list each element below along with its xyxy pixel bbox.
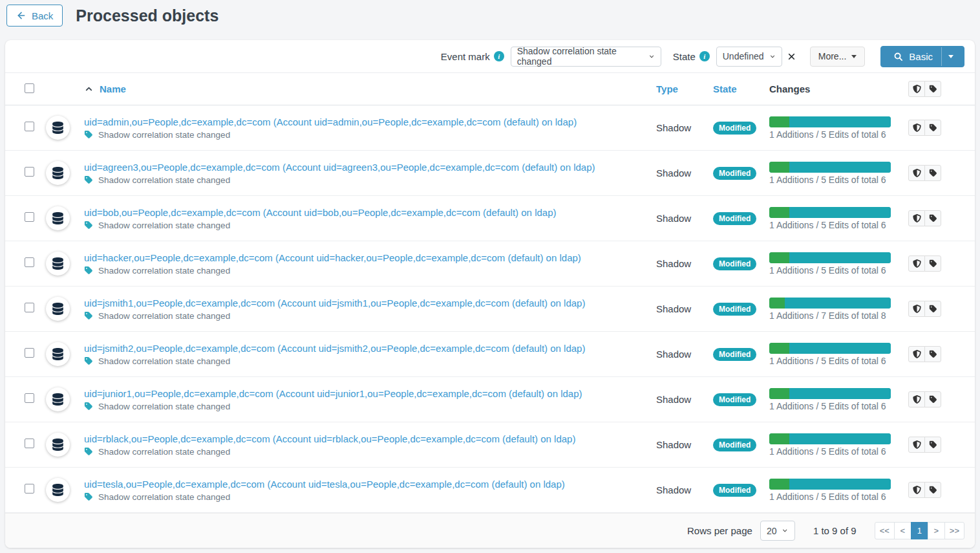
table-row: uid=hacker,ou=People,dc=example,dc=com (…	[5, 241, 975, 287]
database-icon	[52, 167, 64, 179]
row-name-link[interactable]: uid=admin,ou=People,dc=example,dc=com (A…	[84, 116, 656, 127]
page-button[interactable]: <	[894, 522, 911, 539]
rows-per-page-select[interactable]: 20	[760, 521, 795, 541]
row-tag-button[interactable]	[924, 255, 941, 272]
tag-icon	[929, 85, 937, 93]
top-bar: Back Processed objects	[0, 0, 980, 31]
progress-additions-segment	[769, 388, 789, 399]
search-button[interactable]: Basic	[880, 46, 964, 67]
row-name-link[interactable]: uid=bob,ou=People,dc=example,dc=com (Acc…	[84, 207, 656, 218]
progress-additions-segment	[769, 298, 785, 309]
page-button[interactable]: >	[928, 522, 945, 539]
select-all-checkbox[interactable]	[25, 83, 34, 93]
table-row: uid=jsmith1,ou=People,dc=example,dc=com …	[5, 287, 975, 332]
event-mark-selected-value: Shadow correlation state changed	[517, 46, 643, 67]
row-tag-button[interactable]	[924, 301, 941, 317]
row-shield-button[interactable]	[908, 165, 925, 181]
row-state-badge: Modified	[713, 122, 756, 135]
progress-edits-segment	[789, 479, 891, 490]
row-name-link[interactable]: uid=agreen3,ou=People,dc=example,dc=com …	[84, 162, 656, 173]
event-mark-select[interactable]: Shadow correlation state changed	[511, 47, 661, 67]
table-row: uid=bob,ou=People,dc=example,dc=com (Acc…	[5, 196, 975, 241]
header-tag-button[interactable]	[924, 81, 941, 97]
row-name-link[interactable]: uid=hacker,ou=People,dc=example,dc=com (…	[84, 252, 656, 263]
back-button[interactable]: Back	[6, 5, 63, 27]
row-shield-button[interactable]	[908, 437, 925, 453]
row-type: Shadow	[656, 484, 691, 495]
row-shield-button[interactable]	[908, 391, 925, 407]
row-shield-button[interactable]	[908, 346, 925, 362]
info-icon[interactable]: i	[494, 51, 504, 61]
chevron-down-icon	[648, 53, 655, 60]
row-shield-button[interactable]	[908, 482, 925, 498]
row-name-link[interactable]: uid=junior1,ou=People,dc=example,dc=com …	[84, 388, 656, 399]
changes-progress-bar	[769, 388, 891, 399]
page-button[interactable]: >>	[944, 522, 964, 539]
changes-summary: 1 Additions / 5 Edits of total 6	[769, 265, 908, 276]
tag-icon	[929, 440, 937, 449]
page-button[interactable]: <<	[875, 522, 895, 539]
row-tag-button[interactable]	[924, 391, 941, 407]
changes-progress-bar	[769, 343, 891, 354]
row-name-link[interactable]: uid=jsmith2,ou=People,dc=example,dc=com …	[84, 343, 656, 354]
row-checkbox[interactable]	[25, 167, 34, 177]
row-name-link[interactable]: uid=rblack,ou=People,dc=example,dc=com (…	[84, 433, 656, 444]
column-header-state[interactable]: State	[713, 83, 769, 94]
row-checkbox[interactable]	[25, 348, 34, 358]
clear-state-filter-button[interactable]	[786, 51, 797, 62]
row-checkbox[interactable]	[25, 303, 34, 312]
row-checkbox[interactable]	[25, 257, 34, 267]
column-header-type[interactable]: Type	[656, 83, 713, 94]
row-checkbox[interactable]	[25, 122, 34, 131]
shadow-avatar	[46, 116, 70, 140]
chevron-down-icon	[782, 527, 788, 534]
shield-half-icon	[913, 259, 921, 268]
row-tag-label: Shadow correlation state changed	[98, 221, 230, 230]
row-tag-button[interactable]	[924, 482, 941, 498]
tag-icon	[84, 266, 93, 275]
row-tag-button[interactable]	[924, 437, 941, 453]
column-header-name[interactable]: Name	[84, 83, 656, 94]
database-icon	[52, 303, 64, 315]
state-selected-value: Undefined	[723, 51, 764, 61]
row-tag-label: Shadow correlation state changed	[98, 311, 230, 321]
row-shield-button[interactable]	[908, 120, 925, 136]
row-checkbox[interactable]	[25, 484, 34, 493]
state-select[interactable]: Undefined	[716, 47, 782, 67]
row-checkbox[interactable]	[25, 212, 34, 222]
progress-additions-segment	[769, 162, 789, 173]
progress-edits-segment	[789, 343, 891, 354]
row-tag-label: Shadow correlation state changed	[98, 492, 230, 502]
row-name-link[interactable]: uid=tesla,ou=People,dc=example,dc=com (A…	[84, 479, 656, 490]
search-icon	[893, 52, 903, 61]
column-header-changes: Changes	[769, 83, 908, 94]
more-filters-button[interactable]: More...	[810, 47, 866, 67]
row-shield-button[interactable]	[908, 301, 925, 317]
row-tag-button[interactable]	[924, 120, 941, 136]
row-tag-label: Shadow correlation state changed	[98, 447, 230, 457]
info-icon[interactable]: i	[699, 51, 710, 61]
shadow-avatar	[46, 342, 70, 366]
changes-progress-bar	[769, 162, 891, 173]
database-icon	[52, 439, 64, 451]
table-row: uid=tesla,ou=People,dc=example,dc=com (A…	[5, 468, 975, 513]
changes-summary: 1 Additions / 5 Edits of total 6	[769, 220, 908, 230]
row-name-link[interactable]: uid=jsmith1,ou=People,dc=example,dc=com …	[84, 298, 656, 309]
tag-icon	[84, 492, 93, 501]
row-tag-button[interactable]	[924, 165, 941, 181]
row-tag-button[interactable]	[924, 346, 941, 362]
sort-ascending-icon[interactable]	[84, 84, 94, 94]
row-tag-button[interactable]	[924, 210, 941, 226]
progress-edits-segment	[789, 162, 891, 173]
tag-icon	[929, 169, 937, 177]
arrow-left-icon	[16, 10, 27, 21]
changes-summary: 1 Additions / 5 Edits of total 6	[769, 175, 908, 185]
row-checkbox[interactable]	[25, 393, 34, 403]
row-shield-button[interactable]	[908, 210, 925, 226]
row-shield-button[interactable]	[908, 255, 925, 272]
progress-additions-segment	[769, 116, 789, 127]
search-mode-dropdown[interactable]	[941, 47, 960, 66]
header-shield-button[interactable]	[908, 81, 925, 97]
page-button[interactable]: 1	[911, 522, 928, 539]
row-checkbox[interactable]	[25, 439, 34, 448]
